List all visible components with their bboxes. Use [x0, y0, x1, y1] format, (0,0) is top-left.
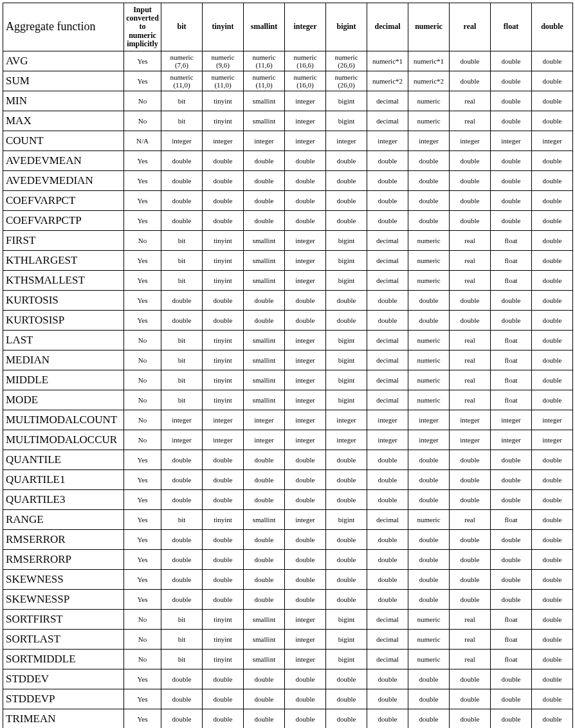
cell-value: integer: [285, 91, 326, 111]
cell-function-name: KTHSMALLEST: [3, 271, 124, 291]
cell-value: double: [532, 450, 573, 470]
cell-value: numeric: [408, 650, 450, 669]
cell-value: double: [244, 550, 285, 570]
cell-value: double: [450, 291, 491, 311]
cell-value: integer: [408, 410, 450, 430]
cell-input-converted: Yes: [124, 151, 161, 171]
col-header-input-converted: Input converted to numeric implicitly: [124, 3, 161, 51]
cell-value: numeric(16,0): [285, 71, 326, 91]
cell-value: double: [161, 590, 203, 610]
cell-function-name: KURTOSISP: [3, 311, 124, 331]
table-row: AVGYesnumeric(7,6)numeric(9,6)numeric(11…: [3, 51, 573, 71]
cell-value: bit: [161, 650, 203, 669]
cell-value: double: [532, 470, 573, 490]
cell-value: double: [491, 570, 532, 590]
cell-function-name: MEDIAN: [3, 350, 124, 370]
cell-value: double: [450, 191, 491, 211]
cell-value: integer: [532, 410, 573, 430]
cell-function-name: MULTIMODALCOUNT: [3, 410, 124, 430]
cell-value: double: [203, 211, 244, 231]
cell-value: integer: [285, 370, 326, 390]
cell-value: double: [450, 570, 491, 590]
cell-value: bit: [161, 630, 203, 650]
cell-value: integer: [532, 131, 573, 151]
table-row: COUNTN/Aintegerintegerintegerintegerinte…: [3, 131, 573, 151]
cell-function-name: SKEWNESS: [3, 570, 124, 590]
cell-value: double: [367, 689, 408, 709]
cell-value: double: [244, 291, 285, 311]
cell-value: double: [532, 151, 573, 171]
cell-value: decimal: [367, 331, 408, 350]
cell-value: double: [367, 709, 408, 729]
cell-function-name: SORTFIRST: [3, 610, 124, 630]
cell-value: double: [161, 450, 203, 470]
cell-value: double: [244, 490, 285, 510]
cell-value: double: [326, 530, 367, 550]
cell-value: double: [532, 271, 573, 291]
cell-value: smallint: [244, 271, 285, 291]
table-row: SKEWNESSYesdoubledoubledoubledoubledoubl…: [3, 570, 573, 590]
cell-input-converted: Yes: [124, 570, 161, 590]
cell-value: double: [326, 709, 367, 729]
cell-value: double: [450, 71, 491, 91]
cell-value: real: [450, 630, 491, 650]
cell-value: bigint: [326, 630, 367, 650]
cell-value: double: [326, 311, 367, 331]
cell-value: integer: [285, 390, 326, 410]
cell-value: bit: [161, 510, 203, 530]
cell-value: double: [244, 171, 285, 191]
table-row: SKEWNESSPYesdoubledoubledoubledoubledoub…: [3, 590, 573, 610]
cell-value: double: [161, 530, 203, 550]
cell-value: tinyint: [203, 610, 244, 630]
cell-value: double: [450, 151, 491, 171]
cell-value: double: [367, 171, 408, 191]
cell-function-name: SORTLAST: [3, 630, 124, 650]
cell-value: double: [285, 689, 326, 709]
cell-value: double: [491, 71, 532, 91]
cell-value: double: [408, 570, 450, 590]
cell-value: decimal: [367, 91, 408, 111]
table-body: AVGYesnumeric(7,6)numeric(9,6)numeric(11…: [3, 51, 573, 729]
cell-function-name: MAX: [3, 111, 124, 131]
cell-value: double: [408, 291, 450, 311]
col-header-bigint: bigint: [326, 3, 367, 51]
cell-value: double: [532, 590, 573, 610]
cell-input-converted: No: [124, 410, 161, 430]
cell-value: double: [491, 450, 532, 470]
cell-value: double: [203, 171, 244, 191]
cell-value: bit: [161, 390, 203, 410]
cell-value: double: [285, 171, 326, 191]
cell-function-name: AVEDEVMEAN: [3, 151, 124, 171]
cell-value: double: [450, 590, 491, 610]
cell-value: numeric*2: [367, 71, 408, 91]
cell-value: double: [161, 311, 203, 331]
cell-value: double: [326, 689, 367, 709]
cell-function-name: AVEDEVMEDIAN: [3, 171, 124, 191]
cell-value: double: [532, 510, 573, 530]
cell-value: double: [532, 709, 573, 729]
cell-value: bit: [161, 350, 203, 370]
cell-value: integer: [367, 410, 408, 430]
cell-value: double: [326, 450, 367, 470]
cell-value: double: [367, 311, 408, 331]
cell-value: integer: [491, 410, 532, 430]
cell-value: double: [244, 450, 285, 470]
cell-function-name: FIRST: [3, 231, 124, 251]
cell-value: double: [367, 291, 408, 311]
cell-value: double: [244, 470, 285, 490]
cell-value: double: [491, 191, 532, 211]
cell-value: integer: [203, 410, 244, 430]
cell-value: double: [367, 191, 408, 211]
cell-value: numeric: [408, 630, 450, 650]
cell-input-converted: Yes: [124, 251, 161, 271]
table-row: AVEDEVMEDIANYesdoubledoubledoubledoubled…: [3, 171, 573, 191]
cell-value: double: [326, 191, 367, 211]
cell-value: double: [285, 151, 326, 171]
table-row: SUMYesnumeric(11,0)numeric(11,0)numeric(…: [3, 71, 573, 91]
cell-value: numeric(26,6): [326, 51, 367, 71]
cell-value: double: [244, 211, 285, 231]
cell-value: double: [285, 470, 326, 490]
cell-value: integer: [161, 410, 203, 430]
cell-value: numeric: [408, 91, 450, 111]
cell-value: double: [491, 490, 532, 510]
